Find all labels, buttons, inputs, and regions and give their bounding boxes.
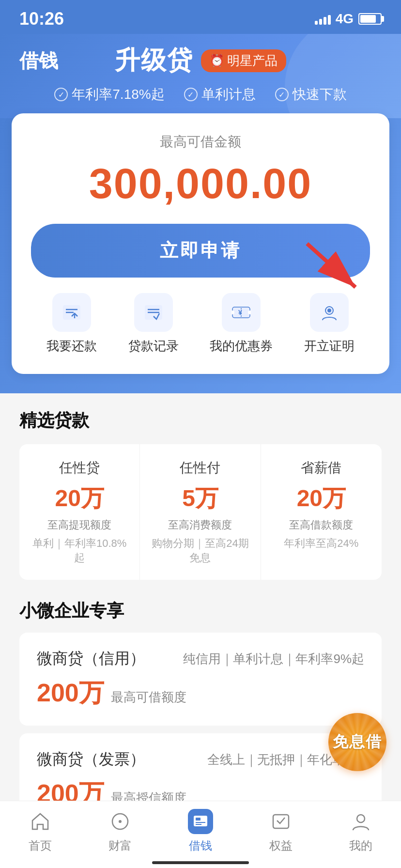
svg-point-17 bbox=[119, 820, 122, 823]
max-amount: 300,000.00 bbox=[31, 159, 370, 208]
status-icons: 4G bbox=[315, 11, 382, 27]
nav-label-profile: 我的 bbox=[349, 838, 372, 853]
action-repay[interactable]: 我要还款 bbox=[46, 293, 97, 355]
loan-amount-1: 5万 bbox=[150, 483, 250, 514]
loan-name-2: 省薪借 bbox=[271, 459, 372, 477]
feature-item-speed: ✓ 快速下款 bbox=[275, 85, 347, 104]
amount-label: 最高可借金额 bbox=[31, 133, 370, 151]
enterprise-amount-0: 200万 bbox=[37, 676, 104, 710]
product-title: 升级贷 bbox=[115, 44, 193, 78]
status-bar: 10:26 4G bbox=[0, 0, 401, 34]
nav-icon-wealth bbox=[108, 809, 133, 834]
loan-desc-1: 至高消费额度 bbox=[150, 518, 250, 532]
enterprise-name-1: 微商贷（发票） bbox=[37, 749, 145, 770]
svg-point-15 bbox=[327, 309, 331, 312]
enterprise-header-1: 微商贷（发票） 全线上｜无抵押｜年化单利7 bbox=[37, 749, 364, 770]
action-label-records: 贷款记录 bbox=[128, 338, 179, 355]
nav-item-loan[interactable]: 借钱 bbox=[160, 809, 241, 853]
records-icon bbox=[134, 293, 173, 332]
nav-label-wealth: 财富 bbox=[108, 838, 132, 853]
signal-icon bbox=[315, 13, 331, 25]
svg-rect-19 bbox=[196, 818, 200, 821]
header-top: 借钱 升级贷 ⏰ 明星产品 bbox=[19, 44, 382, 78]
nav-icon-home bbox=[28, 809, 53, 834]
battery-icon bbox=[358, 13, 382, 25]
action-label-certificate: 开立证明 bbox=[304, 338, 355, 355]
loan-desc-2: 至高借款额度 bbox=[271, 518, 372, 532]
enterprise-title: 小微企业专享 bbox=[19, 599, 382, 623]
badge-text: 免息借 bbox=[333, 731, 382, 753]
nav-item-rights[interactable]: 权益 bbox=[241, 809, 321, 853]
enterprise-card-0[interactable]: 微商贷（信用） 纯信用｜单利计息｜年利率9%起 200万 最高可借额度 bbox=[19, 633, 382, 726]
home-indicator bbox=[152, 861, 249, 864]
loan-card-1[interactable]: 任性付 5万 至高消费额度 购物分期｜至高24期免息 bbox=[140, 444, 261, 580]
loan-rate-0: 单利｜年利率10.8%起 bbox=[29, 536, 130, 565]
enterprise-tags-0: 纯信用｜单利计息｜年利率9%起 bbox=[183, 651, 364, 667]
header-features: ✓ 年利率7.18%起 ✓ 单利计息 ✓ 快速下款 bbox=[19, 85, 382, 104]
floating-badge[interactable]: 免息借 bbox=[328, 713, 386, 771]
bottom-nav: 首页 财富 借钱 bbox=[0, 801, 401, 868]
action-records[interactable]: 贷款记录 bbox=[128, 293, 179, 355]
featured-loans-section: 精选贷款 任性贷 20万 至高提现额度 单利｜年利率10.8%起 任性付 5万 … bbox=[0, 393, 401, 589]
feature-text-2: 单利计息 bbox=[201, 85, 256, 104]
apply-button[interactable]: 立即申请 bbox=[31, 224, 370, 278]
app-logo: 借钱 bbox=[19, 47, 58, 74]
nav-label-loan: 借钱 bbox=[189, 838, 212, 853]
feature-item-rate: ✓ 年利率7.18%起 bbox=[54, 85, 164, 104]
action-label-repay: 我要还款 bbox=[46, 338, 97, 355]
enterprise-header-0: 微商贷（信用） 纯信用｜单利计息｜年利率9%起 bbox=[37, 648, 364, 669]
nav-item-home[interactable]: 首页 bbox=[0, 809, 80, 853]
featured-title: 精选贷款 bbox=[19, 409, 382, 433]
status-time: 10:26 bbox=[19, 9, 64, 29]
certificate-icon bbox=[310, 293, 349, 332]
repay-icon bbox=[52, 293, 91, 332]
header: 借钱 升级贷 ⏰ 明星产品 ✓ 年利率7.18%起 ✓ 单利计息 ✓ 快速下款 bbox=[0, 34, 401, 118]
feature-item-interest: ✓ 单利计息 bbox=[184, 85, 256, 104]
nav-icon-profile bbox=[348, 809, 373, 834]
feature-text-3: 快速下款 bbox=[293, 85, 347, 104]
badge-label: 明星产品 bbox=[227, 52, 278, 69]
action-coupons[interactable]: ¥ 我的优惠券 bbox=[210, 293, 273, 355]
nav-label-rights: 权益 bbox=[269, 838, 293, 853]
check-icon-3: ✓ bbox=[275, 88, 289, 101]
loan-card-0[interactable]: 任性贷 20万 至高提现额度 单利｜年利率10.8%起 bbox=[19, 444, 140, 580]
nav-item-wealth[interactable]: 财富 bbox=[80, 809, 161, 853]
nav-icon-loan bbox=[188, 809, 213, 834]
network-label: 4G bbox=[336, 11, 354, 27]
nav-icon-rights bbox=[268, 809, 293, 834]
star-badge: ⏰ 明星产品 bbox=[201, 49, 286, 72]
nav-item-profile[interactable]: 我的 bbox=[321, 809, 401, 853]
loan-rate-2: 年利率至高24% bbox=[271, 536, 372, 551]
feature-text-1: 年利率7.18%起 bbox=[72, 85, 164, 104]
loan-amount-0: 20万 bbox=[29, 483, 130, 514]
enterprise-amount-row-0: 200万 最高可借额度 bbox=[37, 676, 364, 710]
check-icon-1: ✓ bbox=[54, 88, 68, 101]
loan-desc-0: 至高提现额度 bbox=[29, 518, 130, 532]
svg-text:¥: ¥ bbox=[238, 309, 242, 316]
badge-icon: ⏰ bbox=[210, 54, 224, 67]
svg-point-23 bbox=[357, 815, 365, 822]
nav-label-home: 首页 bbox=[29, 838, 52, 853]
enterprise-amount-label-0: 最高可借额度 bbox=[111, 690, 186, 704]
coupons-icon: ¥ bbox=[222, 293, 261, 332]
action-certificate[interactable]: 开立证明 bbox=[304, 293, 355, 355]
loan-card-2[interactable]: 省薪借 20万 至高借款额度 年利率至高24% bbox=[261, 444, 382, 580]
main-card: 最高可借金额 300,000.00 立即申请 bbox=[12, 113, 389, 374]
loan-name-1: 任性付 bbox=[150, 459, 250, 477]
loan-amount-2: 20万 bbox=[271, 483, 372, 514]
action-label-coupons: 我的优惠券 bbox=[210, 338, 273, 355]
check-icon-2: ✓ bbox=[184, 88, 198, 101]
loan-rate-1: 购物分期｜至高24期免息 bbox=[150, 536, 250, 565]
quick-actions: 我要还款 贷款记录 ¥ bbox=[31, 278, 370, 358]
loan-grid: 任性贷 20万 至高提现额度 单利｜年利率10.8%起 任性付 5万 至高消费额… bbox=[19, 444, 382, 580]
enterprise-name-0: 微商贷（信用） bbox=[37, 648, 145, 669]
loan-name-0: 任性贷 bbox=[29, 459, 130, 477]
